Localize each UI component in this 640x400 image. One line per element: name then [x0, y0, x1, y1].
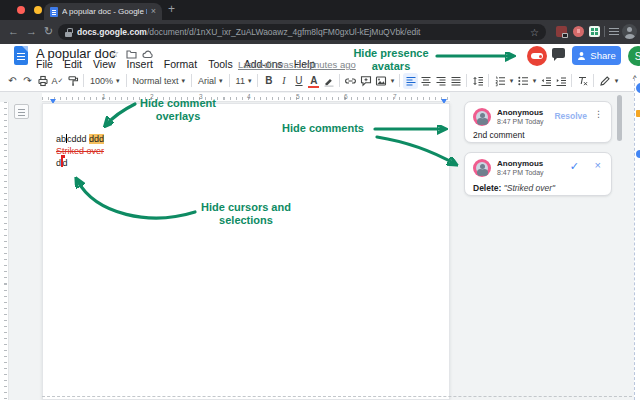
- align-right-icon[interactable]: [433, 73, 448, 89]
- comment-overlay-highlight: ddd: [89, 134, 104, 144]
- commenter-avatar: [473, 159, 491, 177]
- editing-mode-pencil-icon[interactable]: [597, 73, 612, 89]
- text-color-icon[interactable]: A: [306, 73, 321, 89]
- styles-select[interactable]: Normal text▾: [130, 76, 189, 86]
- tab-title: A popular doc - Google Docs: [62, 7, 147, 16]
- reject-suggestion-icon[interactable]: ×: [595, 159, 601, 171]
- insert-comment-icon[interactable]: [358, 73, 373, 89]
- menu-view[interactable]: View: [93, 58, 116, 70]
- browser-menu-icon[interactable]: [609, 28, 619, 36]
- menu-edit[interactable]: Edit: [64, 58, 82, 70]
- bold-icon[interactable]: B: [261, 73, 276, 89]
- menu-insert[interactable]: Insert: [127, 58, 153, 70]
- font-select[interactable]: Arial▾: [195, 76, 226, 86]
- suggestion-card[interactable]: Anonymous 8:47 PM Today ✓ × Delete: "Str…: [464, 152, 612, 196]
- back-icon[interactable]: ←: [8, 25, 19, 38]
- clear-formatting-icon[interactable]: [575, 73, 590, 89]
- vertical-ruler[interactable]: [0, 102, 9, 400]
- line-spacing-icon[interactable]: [470, 73, 485, 89]
- comment-card[interactable]: Anonymous 8:47 PM Today Resolve ⋮ 2nd co…: [464, 101, 612, 143]
- page-bottom-boundary: [42, 396, 632, 397]
- chevron-down-icon[interactable]: ▾: [530, 73, 538, 89]
- side-panel-edge: [634, 78, 640, 400]
- ruler-number: 6: [344, 93, 348, 100]
- docs-toolbar: ↶ ↷ A✓ 100%▾ Normal text▾ Arial▾ 11▾ B I…: [0, 70, 640, 92]
- annotation-hide-comment-overlays: Hide comment overlays: [129, 97, 227, 122]
- align-left-icon[interactable]: [403, 73, 418, 89]
- traffic-light-minimize-icon[interactable]: [34, 6, 42, 14]
- align-justify-icon[interactable]: [448, 73, 463, 89]
- insert-image-icon[interactable]: [373, 73, 388, 89]
- side-panel-icon-tasks[interactable]: [636, 150, 640, 158]
- extension-icon-2[interactable]: [573, 26, 584, 37]
- bookmark-star-icon[interactable]: ☆: [530, 27, 539, 38]
- navbar-separator: [604, 26, 605, 37]
- extension-icon-3[interactable]: [589, 26, 600, 37]
- menu-format[interactable]: Format: [164, 58, 197, 70]
- paint-format-icon[interactable]: [65, 73, 80, 89]
- url-path: /document/d/1nXU_ixr_ZuALWaoawz_4gfm8lqF…: [147, 27, 421, 37]
- menu-file[interactable]: File: [36, 58, 53, 70]
- browser-navbar: ← → ↻ docs.google.com/document/d/1nXU_ix…: [0, 20, 640, 44]
- undo-icon[interactable]: ↶: [5, 73, 20, 89]
- horizontal-ruler[interactable]: 1 2 3 4 5 6 7: [42, 93, 450, 102]
- screen: A popular doc - Google Docs × + ← → ↻ do…: [0, 0, 640, 400]
- presence-avatar[interactable]: [527, 46, 547, 66]
- chevron-down-icon: ▾: [219, 77, 223, 85]
- ruler-number: 7: [393, 93, 397, 100]
- share-button[interactable]: Share: [572, 46, 621, 65]
- redo-icon[interactable]: ↷: [20, 73, 35, 89]
- chevron-down-icon: ▾: [248, 77, 252, 85]
- forward-icon[interactable]: →: [26, 25, 37, 38]
- spellcheck-icon[interactable]: A✓: [50, 73, 65, 89]
- align-center-icon[interactable]: [418, 73, 433, 89]
- comment-overflow-icon[interactable]: ⋮: [594, 109, 603, 119]
- chevron-down-icon: ▾: [182, 77, 186, 85]
- docs-header: A popular doc ☆ File Edit View Insert Fo…: [0, 44, 640, 70]
- accept-suggestion-icon[interactable]: ✓: [570, 160, 579, 173]
- google-docs-icon: [50, 7, 58, 17]
- vertical-scrollbar[interactable]: [617, 95, 622, 141]
- doc-line-3: dd: [56, 158, 68, 169]
- url-text: docs.google.com/document/d/1nXU_ixr_ZuAL…: [77, 27, 526, 37]
- document-outline-button[interactable]: [14, 104, 29, 119]
- new-tab-button[interactable]: +: [168, 2, 175, 16]
- ruler-number: 4: [247, 93, 251, 100]
- chevron-down-icon[interactable]: ▾: [507, 73, 515, 89]
- browser-tab[interactable]: A popular doc - Google Docs ×: [44, 3, 162, 20]
- zoom-select[interactable]: 100%▾: [87, 76, 123, 86]
- lock-icon: [65, 28, 72, 37]
- reload-icon[interactable]: ↻: [44, 25, 53, 38]
- open-comments-icon[interactable]: [552, 48, 565, 58]
- comment-author: Anonymous: [497, 159, 543, 168]
- url-bar[interactable]: docs.google.com/document/d/1nXU_ixr_ZuAL…: [58, 24, 546, 40]
- document-page[interactable]: abcddd ddd Striked over dd: [42, 103, 450, 400]
- comment-author: Anonymous: [497, 108, 543, 117]
- print-icon[interactable]: [35, 73, 50, 89]
- chevron-down-icon[interactable]: ▾: [388, 73, 396, 89]
- highlight-color-icon[interactable]: [321, 73, 336, 89]
- tab-close-icon[interactable]: ×: [151, 7, 156, 16]
- traffic-light-close-icon[interactable]: [17, 6, 25, 14]
- bulleted-list-icon[interactable]: [515, 73, 530, 89]
- numbered-list-icon[interactable]: [492, 73, 507, 89]
- extension-icon-1[interactable]: [556, 26, 567, 37]
- side-panel-icon-calendar[interactable]: [636, 83, 640, 93]
- decrease-indent-icon[interactable]: [538, 73, 553, 89]
- menu-tools[interactable]: Tools: [208, 58, 233, 70]
- italic-icon[interactable]: I: [276, 73, 291, 89]
- font-size-select[interactable]: 11▾: [233, 76, 255, 86]
- increase-indent-icon[interactable]: [553, 73, 568, 89]
- side-panel-icon-keep[interactable]: [636, 110, 640, 117]
- share-label: Share: [590, 50, 615, 61]
- insert-link-icon[interactable]: [343, 73, 358, 89]
- last-edit-link[interactable]: Last edit was 3 minutes ago: [238, 59, 356, 70]
- chevron-down-icon[interactable]: ▾: [612, 73, 620, 89]
- doc-line-1: abcddd ddd: [56, 134, 104, 145]
- account-avatar[interactable]: S: [628, 46, 640, 66]
- underline-icon[interactable]: U: [291, 73, 306, 89]
- browser-profile-avatar[interactable]: [622, 24, 637, 39]
- resolve-button[interactable]: Resolve: [554, 111, 587, 121]
- google-docs-logo-icon[interactable]: [14, 46, 28, 65]
- comment-timestamp: 8:47 PM Today: [497, 118, 544, 125]
